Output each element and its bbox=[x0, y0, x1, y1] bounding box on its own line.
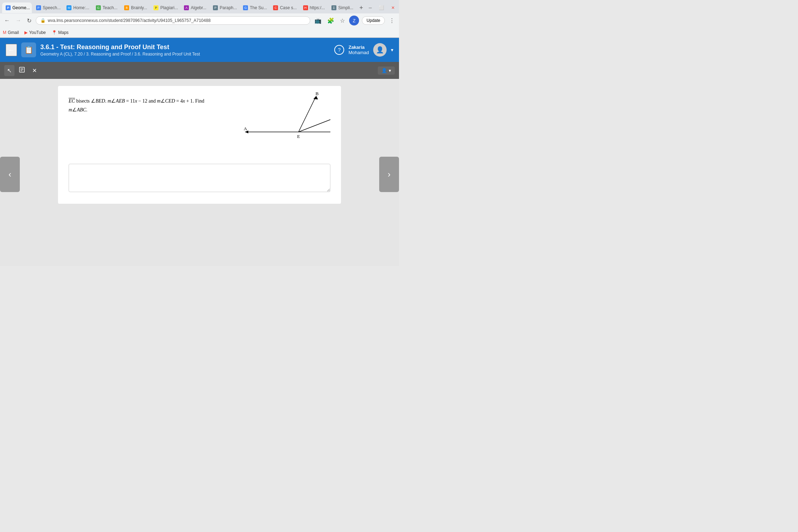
notes-tool-btn[interactable] bbox=[16, 64, 28, 76]
bc-overline: EC bbox=[69, 98, 75, 104]
tab-https[interactable]: H https:/... ✕ bbox=[300, 2, 328, 13]
tab-thesu[interactable]: G The Su... ✕ bbox=[239, 2, 269, 13]
tab-teach[interactable]: G Teach... ✕ bbox=[92, 2, 120, 13]
bookmark-maps[interactable]: 📍 Maps bbox=[52, 30, 69, 35]
avatar: 👤 bbox=[373, 43, 387, 57]
extensions-btn[interactable]: 🧩 bbox=[326, 16, 336, 25]
tab-favicon: P bbox=[6, 5, 11, 10]
tab-label-9: The Su... bbox=[250, 5, 267, 10]
tab-label-7: Algebr... bbox=[191, 5, 206, 10]
url-text: wva.lms.pearsonconnexus.com/student/2987… bbox=[48, 18, 306, 23]
cursor-tool-btn[interactable]: ↖ bbox=[4, 65, 15, 76]
bookmarks-bar: M Gmail ▶ YouTube 📍 Maps bbox=[0, 28, 399, 37]
tab-favicon-2: P bbox=[36, 5, 41, 10]
close-btn[interactable]: ✕ bbox=[389, 5, 397, 10]
browser-chrome: P Geome... ✕ P Speech... ✕ M Home:... ✕ … bbox=[0, 0, 399, 38]
gmail-icon: M bbox=[3, 30, 6, 35]
tab-simpli[interactable]: Σ Simpli... ✕ bbox=[328, 2, 356, 13]
question-body: EC bisects ∠BED. m∠AEB = 11x − 12 and m∠… bbox=[69, 97, 330, 160]
update-btn[interactable]: Update bbox=[362, 16, 385, 25]
cast-btn[interactable]: 📺 bbox=[313, 16, 323, 25]
geometry-diagram: B C A E D bbox=[224, 89, 330, 153]
address-bar[interactable]: 🔒 wva.lms.pearsonconnexus.com/student/29… bbox=[36, 16, 310, 25]
breadcrumb: Geometry A (CL), 7.20 / 3. Reasoning and… bbox=[40, 52, 330, 57]
user-last: Mohamad bbox=[348, 50, 369, 55]
user-tool-arrow: ▾ bbox=[389, 68, 391, 73]
next-question-btn[interactable]: › bbox=[379, 157, 399, 192]
bookmark-youtube[interactable]: ▶ YouTube bbox=[24, 30, 46, 35]
tab-favicon-7: A bbox=[184, 5, 189, 10]
tab-bar: P Geome... ✕ P Speech... ✕ M Home:... ✕ … bbox=[0, 0, 399, 13]
tab-speech[interactable]: P Speech... ✕ bbox=[33, 2, 63, 13]
label-A: A bbox=[244, 126, 247, 131]
window-controls: ─ ⬜ ✕ bbox=[367, 5, 397, 10]
answer-input[interactable] bbox=[69, 164, 330, 192]
tab-favicon-4: G bbox=[96, 5, 101, 10]
youtube-icon: ▶ bbox=[24, 30, 28, 35]
reload-btn[interactable]: ↻ bbox=[25, 16, 33, 25]
tab-home[interactable]: M Home:... ✕ bbox=[63, 2, 92, 13]
tab-favicon-12: Σ bbox=[331, 5, 336, 10]
tab-label-12: Simpli... bbox=[338, 5, 353, 10]
tab-label-4: Teach... bbox=[103, 5, 117, 10]
tab-favicon-3: M bbox=[66, 5, 71, 10]
help-icon[interactable]: ? bbox=[334, 45, 344, 55]
user-info: Zakaria Mohamad bbox=[348, 45, 369, 55]
tab-favicon-11: H bbox=[303, 5, 308, 10]
diagram-svg: B C A E D bbox=[224, 89, 330, 153]
forward-nav-btn[interactable]: → bbox=[14, 16, 23, 25]
toolbar: ↖ ✕ 👤 ▾ bbox=[0, 62, 399, 79]
tab-label-11: https:/... bbox=[310, 5, 325, 10]
header-title-area: 3.6.1 - Test: Reasoning and Proof Unit T… bbox=[40, 44, 330, 57]
tab-brainly[interactable]: B Brainly... ✕ bbox=[121, 2, 149, 13]
tab-plagiari[interactable]: P Plagiari... ✕ bbox=[150, 2, 180, 13]
tab-label-2: Speech... bbox=[43, 5, 61, 10]
tab-active[interactable]: P Geome... ✕ bbox=[2, 2, 32, 13]
tab-favicon-10: C bbox=[273, 5, 278, 10]
user-tool-icon: 👤 bbox=[381, 68, 387, 73]
svg-line-8 bbox=[299, 97, 316, 132]
tab-label-3: Home:... bbox=[73, 5, 89, 10]
user-tool-btn[interactable]: 👤 ▾ bbox=[378, 66, 395, 75]
tab-favicon-5: B bbox=[124, 5, 129, 10]
question-text: EC bisects ∠BED. m∠AEB = 11x − 12 and m∠… bbox=[69, 97, 212, 114]
menu-btn[interactable]: ⋮ bbox=[388, 16, 396, 25]
profile-btn[interactable]: Z bbox=[349, 16, 359, 25]
gmail-label: Gmail bbox=[8, 30, 19, 35]
tab-case[interactable]: C Case s... ✕ bbox=[270, 2, 299, 13]
tab-paraph[interactable]: P Paraph... ✕ bbox=[209, 2, 239, 13]
tab-label-8: Paraph... bbox=[220, 5, 237, 10]
course-icon: 📋 bbox=[21, 42, 36, 57]
address-bar-row: ← → ↻ 🔒 wva.lms.pearsonconnexus.com/stud… bbox=[0, 13, 399, 28]
toolbar-right: 👤 ▾ bbox=[378, 66, 395, 75]
close-tool-btn[interactable]: ✕ bbox=[29, 65, 40, 76]
tab-favicon-9: G bbox=[243, 5, 248, 10]
new-tab-btn[interactable]: + bbox=[357, 4, 366, 12]
bookmark-gmail[interactable]: M Gmail bbox=[3, 30, 19, 35]
svg-marker-9 bbox=[313, 96, 318, 99]
notes-icon bbox=[19, 66, 25, 73]
question-card: EC bisects ∠BED. m∠AEB = 11x − 12 and m∠… bbox=[58, 86, 341, 204]
restore-btn[interactable]: ⬜ bbox=[377, 5, 386, 10]
tab-favicon-8: P bbox=[213, 5, 218, 10]
lms-header: ← 📋 3.6.1 - Test: Reasoning and Proof Un… bbox=[0, 38, 399, 62]
prev-question-btn[interactable]: ‹ bbox=[0, 157, 20, 192]
lock-icon: 🔒 bbox=[40, 18, 46, 23]
bisects-text: bisects ∠BED. m∠AEB = 11x − 12 and m∠CED… bbox=[69, 98, 204, 112]
tab-algebr[interactable]: A Algebr... ✕ bbox=[180, 2, 209, 13]
tab-label-10: Case s... bbox=[280, 5, 296, 10]
user-dropdown-arrow[interactable]: ▾ bbox=[391, 47, 393, 53]
label-B: B bbox=[316, 91, 319, 96]
user-name: Zakaria bbox=[348, 45, 369, 50]
bookmark-btn[interactable]: ☆ bbox=[339, 16, 346, 25]
question-text-area: EC bisects ∠BED. m∠AEB = 11x − 12 and m∠… bbox=[69, 97, 212, 121]
lms-back-btn[interactable]: ← bbox=[6, 44, 17, 56]
page-title: 3.6.1 - Test: Reasoning and Proof Unit T… bbox=[40, 44, 330, 51]
header-right: ? Zakaria Mohamad 👤 ▾ bbox=[334, 43, 393, 57]
tab-label-5: Brainly... bbox=[131, 5, 147, 10]
back-nav-btn[interactable]: ← bbox=[3, 16, 11, 25]
maps-icon: 📍 bbox=[52, 30, 57, 35]
maps-label: Maps bbox=[58, 30, 69, 35]
main-content: ‹ EC bisects ∠BED. m∠AEB = 11x − 12 and … bbox=[0, 79, 399, 266]
minimize-btn[interactable]: ─ bbox=[367, 5, 374, 10]
